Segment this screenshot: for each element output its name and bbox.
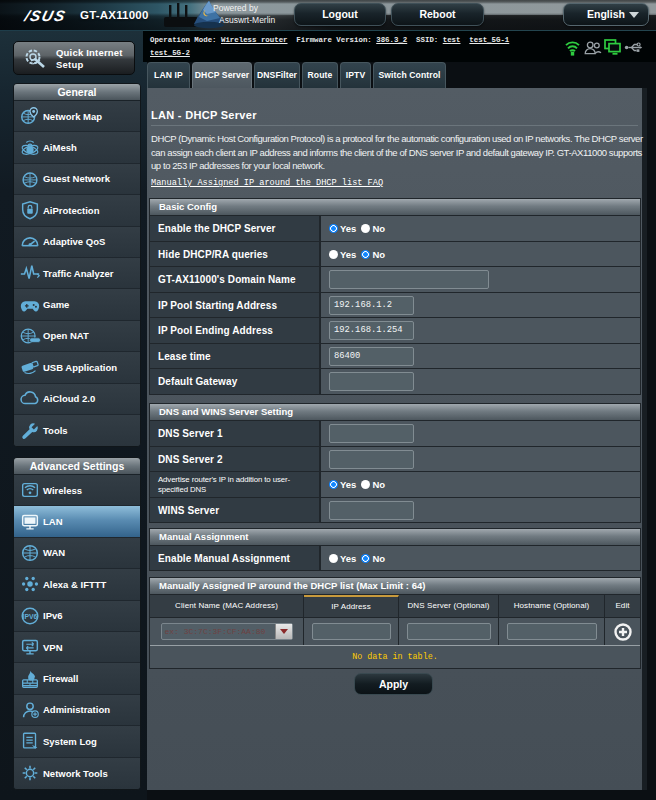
svg-text:IPV6: IPV6 [23,613,38,620]
